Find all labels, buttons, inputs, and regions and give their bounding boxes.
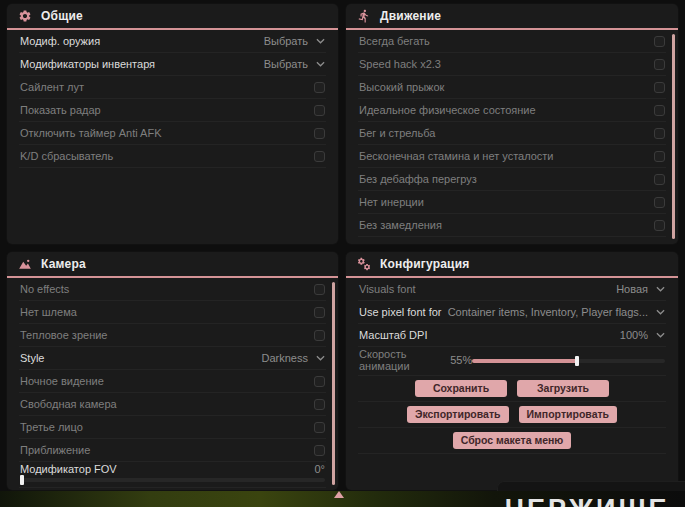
row-checkbox: Высокий прыжок [358,76,666,99]
checkbox[interactable] [314,399,325,410]
checkbox[interactable] [314,376,325,387]
row-select: Use pixel font forContainer items, Inven… [358,301,666,324]
row-checkbox: Сайлент лут [19,76,326,99]
checkbox[interactable] [314,82,325,93]
scrollbar[interactable] [672,34,675,239]
checkbox[interactable] [314,445,325,456]
import-button[interactable]: Импортировать [519,406,618,423]
row-label: Visuals font [359,283,416,295]
row-checkbox: No effects [19,278,326,301]
checkbox[interactable] [654,197,665,208]
checkbox[interactable] [654,174,665,185]
export-button[interactable]: Экспортировать [407,406,509,423]
row-checkbox: Тепловое зрение [19,324,326,347]
row-select: StyleDarkness [19,347,326,370]
row-label: Третье лицо [20,421,83,433]
slider-value: 55% [450,354,472,366]
panel-title: Движение [380,9,441,23]
panel-general-header[interactable]: Общие [7,4,338,30]
checkbox[interactable] [314,307,325,318]
image-icon [18,257,32,271]
checkbox[interactable] [314,105,325,116]
checkbox[interactable] [314,151,325,162]
panel-title: Конфигурация [380,257,469,271]
checkbox[interactable] [654,151,665,162]
panel-camera-header[interactable]: Камера [7,252,338,278]
row-label: Модификатор FOV [20,463,314,475]
dropdown[interactable]: Выбрать [264,58,325,70]
row-checkbox: K/D сбрасыватель [19,145,326,168]
checkbox[interactable] [654,128,665,139]
panel-movement-header[interactable]: Движение [346,4,678,30]
row-checkbox: Бесконечная стамина и нет усталости [358,145,666,168]
slider-fill [472,359,578,363]
row-label: Масштаб DPI [359,329,427,341]
checkbox[interactable] [654,36,665,47]
row-checkbox: Ночное видение [19,370,326,393]
panel-title: Общие [41,9,83,23]
panel-config: Конфигурация Visuals fontНоваяUse pixel … [346,252,678,490]
row-select: Visuals fontНовая [358,278,666,301]
row-checkbox: Приближение [19,439,326,462]
dropdown[interactable]: Darkness [262,352,325,364]
dropdown-value: Container items, Inventory, Player flags… [448,306,648,318]
slider-handle[interactable] [575,356,579,366]
checkbox[interactable] [314,330,325,341]
save-button[interactable]: Сохранить [415,380,507,397]
slider-track[interactable] [20,478,325,482]
checkbox[interactable] [314,422,325,433]
dropdown[interactable]: 100% [620,329,665,341]
panel-camera-rows: No effectsНет шлемаТепловое зрениеStyleD… [7,278,338,488]
chevron-down-icon [316,38,325,44]
dropdown-value: Выбрать [264,35,308,47]
row-label: Ночное видение [20,375,104,387]
row-checkbox: Бег и стрельба [358,122,666,145]
row-label: K/D сбрасыватель [20,150,113,162]
panel-movement: Движение Всегда бегатьSpeed hack x2.3Выс… [346,4,678,244]
row-label: Всегда бегать [359,35,430,47]
checkbox[interactable] [314,128,325,139]
panel-config-header[interactable]: Конфигурация [346,252,678,278]
dropdown[interactable]: Выбрать [264,35,325,47]
dropdown-value: Darkness [262,352,308,364]
slider-track[interactable] [472,359,665,363]
checkbox[interactable] [654,59,665,70]
row-label: Use pixel font for [359,306,442,318]
panel-config-rows: Visuals fontНоваяUse pixel font forConta… [346,278,678,454]
slider-value: 0° [314,463,325,475]
row-checkbox: Нет инерции [358,191,666,214]
button-row: СохранитьЗагрузить [358,376,666,402]
panel-movement-rows: Всегда бегатьSpeed hack x2.3Высокий прыж… [346,30,678,237]
row-label: Модификаторы инвентаря [20,58,155,70]
row-label: Speed hack x2.3 [359,58,441,70]
panel-general: Общие Модиф. оружияВыбратьМодификаторы и… [7,4,338,244]
chevron-down-icon [316,61,325,67]
runner-icon [357,9,371,23]
row-label: Style [20,352,44,364]
chevron-down-icon [316,355,325,361]
row-label: Нет инерции [359,196,424,208]
row-slider: Модификатор FOV0° [19,462,326,488]
load-button[interactable]: Загрузить [517,380,609,397]
slider-handle[interactable] [20,475,24,485]
row-checkbox: Свободная камера [19,393,326,416]
checkbox[interactable] [654,105,665,116]
dropdown[interactable]: Container items, Inventory, Player flags… [448,306,665,318]
row-label: Скорость анимации [359,348,450,372]
checkbox[interactable] [314,284,325,295]
row-checkbox: Без замедления [358,214,666,237]
watermark-text: ЧЕРЖИШЕ [505,494,670,507]
checkbox[interactable] [654,82,665,93]
row-checkbox: Нет шлема [19,301,326,324]
row-checkbox: Показать радар [19,99,326,122]
checkbox[interactable] [654,220,665,231]
dropdown[interactable]: Новая [616,283,665,295]
chevron-down-icon [656,309,665,315]
reset-menu-layout-button[interactable]: Сброс макета меню [453,432,572,449]
row-label: Нет шлема [20,306,77,318]
row-checkbox: Третье лицо [19,416,326,439]
row-select: Модификаторы инвентаряВыбрать [19,53,326,76]
row-checkbox: Идеальное физическое состояние [358,99,666,122]
cheat-menu: Общие Модиф. оружияВыбратьМодификаторы и… [7,4,678,490]
scrollbar[interactable] [332,282,335,485]
